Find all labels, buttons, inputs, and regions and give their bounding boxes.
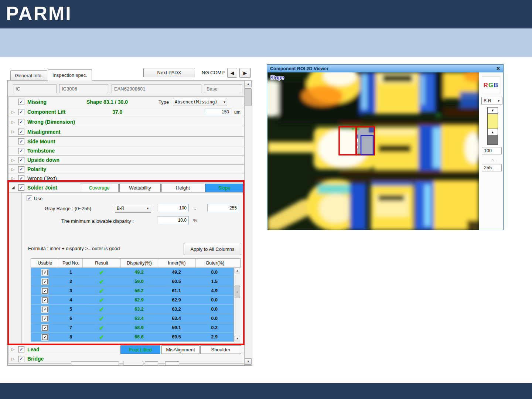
col-disparity[interactable]: Disparity(%) <box>121 259 158 267</box>
misalignment-checkbox[interactable] <box>18 129 24 135</box>
viewer-title-bar[interactable]: Component ROI 2D Viewer ✕ <box>267 65 503 72</box>
upside-down-checkbox[interactable] <box>18 157 24 163</box>
result-ok-icon <box>99 315 104 322</box>
scroll-thumb[interactable]: ≡ <box>235 286 240 298</box>
ng-comp-label: NG COMP <box>202 70 225 75</box>
base-field[interactable] <box>204 84 242 93</box>
rgb-g: G <box>488 82 494 89</box>
table-row[interactable]: 3 56.2 61.1 4.9 <box>31 286 233 296</box>
table-row[interactable]: 6 63.4 63.4 0.0 <box>31 314 233 323</box>
tab-general-info[interactable]: General Info. <box>10 70 47 81</box>
slider-upper-handle[interactable]: ▼ <box>487 107 498 114</box>
expander-open-icon[interactable]: ◢ <box>11 185 17 190</box>
missing-checkbox[interactable] <box>18 99 24 105</box>
use-checkbox[interactable] <box>27 195 32 201</box>
usable-checkbox[interactable] <box>42 307 48 312</box>
result-ok-icon <box>99 297 104 304</box>
tab-foot-lifted[interactable]: Foot Lifted <box>120 345 160 354</box>
polarity-checkbox[interactable] <box>18 166 24 173</box>
lead-checkbox[interactable] <box>18 346 24 352</box>
apply-all-columns-button[interactable]: Apply to All Columns <box>184 243 241 255</box>
usable-checkbox[interactable] <box>42 270 48 275</box>
usable-checkbox[interactable] <box>42 325 48 331</box>
bridge-checkbox[interactable] <box>18 356 24 362</box>
table-row[interactable]: 4 62.9 62.9 0.0 <box>31 296 233 305</box>
gray-range-channel-dropdown[interactable]: B-R ▼ <box>115 204 151 213</box>
slider-lower-handle[interactable]: ▲ <box>487 129 498 135</box>
tab-inspection-spec[interactable]: Inspection spec. <box>48 69 92 81</box>
slider-range-band[interactable] <box>487 114 498 129</box>
gray-range-min-input[interactable] <box>157 204 189 212</box>
ng-comp-next-button[interactable]: ▶ <box>239 68 251 78</box>
part-number-field[interactable] <box>112 84 201 93</box>
usable-checkbox[interactable] <box>42 288 48 294</box>
ng-comp-prev-button[interactable]: ◀ <box>227 68 237 78</box>
usable-checkbox[interactable] <box>42 334 48 340</box>
table-scrollbar[interactable]: ▲ ≡ ▼ <box>234 268 241 342</box>
tab-misalignment[interactable]: MisAlignment <box>161 345 200 354</box>
component-ref-field[interactable] <box>59 84 108 93</box>
scroll-down-icon[interactable]: ▼ <box>245 358 252 365</box>
tab-foot-lifted-label: Foot Lifted <box>129 347 151 352</box>
tombstone-checkbox[interactable] <box>18 148 24 154</box>
row-component-lift: ▷ Component Lift 37.0 um <box>8 107 244 117</box>
viewer-tilde-label: ~ <box>487 157 498 163</box>
scroll-up-icon[interactable]: ▲ <box>245 81 252 87</box>
viewer-range-min-input[interactable] <box>482 147 502 154</box>
tab-coverage[interactable]: Coverage <box>80 184 119 192</box>
disparity-cell: 58.9 <box>120 323 158 332</box>
table-row[interactable]: 2 59.0 60.5 1.5 <box>31 277 233 286</box>
next-padx-button[interactable]: Next PADX <box>143 68 195 77</box>
roi-2d-image[interactable]: Slope <box>267 72 479 230</box>
expander-icon[interactable]: ▷ <box>11 158 17 163</box>
row-wrong-dimension: ▷ Wrong (Dimension) <box>8 117 244 127</box>
rgb-button[interactable]: R G B <box>482 76 500 94</box>
close-icon[interactable]: ✕ <box>496 66 500 71</box>
col-usable[interactable]: Usable <box>31 259 59 267</box>
table-row[interactable]: 5 63.2 63.2 0.0 <box>31 305 233 314</box>
use-label: Use <box>34 196 42 201</box>
panel-scrollbar[interactable]: ▲ ▼ <box>244 81 252 365</box>
expander-icon[interactable]: ▷ <box>11 176 17 181</box>
expander-icon[interactable]: ▷ <box>11 110 17 115</box>
tab-slope[interactable]: Slope <box>205 184 243 192</box>
tab-shoulder[interactable]: Shoulder <box>200 345 241 354</box>
expander-icon[interactable]: ▷ <box>11 347 17 352</box>
gray-range-max-input[interactable] <box>207 204 239 212</box>
expander-icon[interactable]: ▷ <box>11 167 17 172</box>
component-lift-limit-input[interactable] <box>205 109 231 115</box>
col-outer[interactable]: Outer(%) <box>196 259 234 267</box>
component-lift-checkbox[interactable] <box>18 109 24 115</box>
usable-checkbox[interactable] <box>42 316 48 321</box>
expander-icon[interactable]: ▷ <box>11 129 17 134</box>
usable-checkbox[interactable] <box>42 297 48 303</box>
table-row[interactable]: 8 66.6 69.5 2.9 <box>31 332 233 342</box>
col-inner[interactable]: Inner(%) <box>158 259 196 267</box>
row-missing: Missing Shape 83.1 / 30.0 Type Absence(M… <box>8 96 244 107</box>
scroll-up-icon[interactable]: ▲ <box>235 268 240 273</box>
left-arrow-icon: ◀ <box>231 70 234 76</box>
col-pad-no[interactable]: Pad No. <box>59 259 83 267</box>
usable-checkbox[interactable] <box>42 279 48 284</box>
expander-icon[interactable]: ▷ <box>11 357 17 361</box>
tab-wettability[interactable]: Wettability <box>119 184 161 192</box>
table-row[interactable]: 7 58.9 59.1 0.2 <box>31 323 233 332</box>
scroll-down-icon[interactable]: ▼ <box>235 336 240 341</box>
solder-joint-checkbox[interactable] <box>18 184 24 191</box>
component-type-field[interactable] <box>13 84 57 93</box>
viewer-range-max-input[interactable] <box>482 164 502 171</box>
min-disparity-input[interactable] <box>157 216 189 224</box>
outer-cell: 1.5 <box>195 277 233 286</box>
viewer-channel-dropdown[interactable]: B-R ▼ <box>481 97 502 105</box>
side-mount-label: Side Mount <box>27 139 55 144</box>
missing-type-dropdown[interactable]: Absence(Missing) ▼ <box>173 98 227 106</box>
table-row[interactable]: 1 49.2 49.2 0.0 <box>31 268 233 277</box>
scroll-thumb[interactable] <box>245 88 252 106</box>
misalignment-label: Misalignment <box>27 129 60 135</box>
wrong-dimension-checkbox[interactable] <box>18 119 24 125</box>
col-result[interactable]: Result <box>83 259 121 267</box>
side-mount-checkbox[interactable] <box>18 138 24 144</box>
tab-height[interactable]: Height <box>161 184 204 192</box>
expander-icon[interactable]: ▷ <box>11 120 17 125</box>
wrong-text-checkbox[interactable] <box>18 175 24 181</box>
